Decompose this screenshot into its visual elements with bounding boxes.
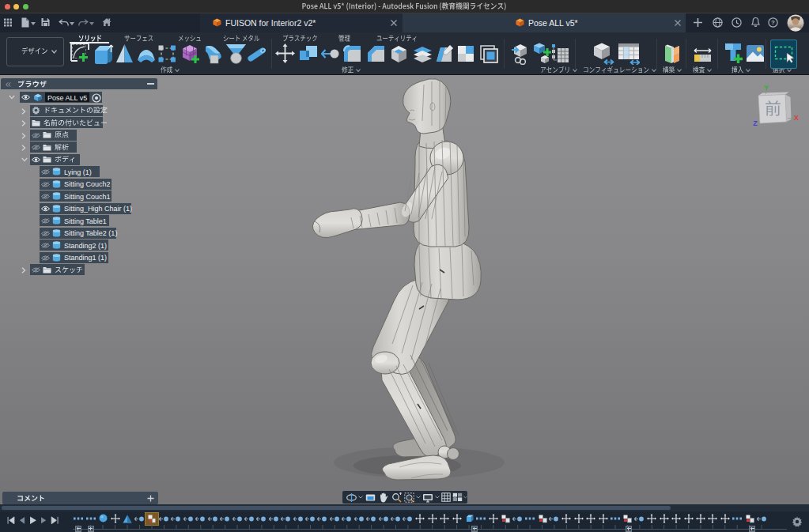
svg-text:?: ? bbox=[771, 19, 775, 26]
svg-text:X: X bbox=[794, 114, 799, 122]
svg-text:Y: Y bbox=[764, 84, 769, 92]
